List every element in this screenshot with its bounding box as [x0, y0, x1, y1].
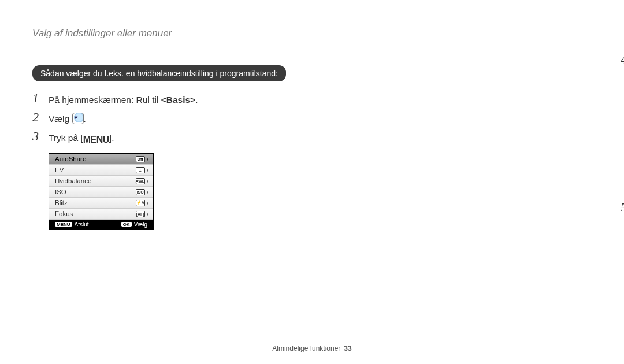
- menu-key-icon: MENU: [83, 133, 109, 146]
- footer-page-number: 33: [344, 344, 351, 352]
- menu-key-icon: MENU: [55, 222, 72, 227]
- step-bold: <Basis>: [161, 95, 195, 105]
- camera-menu-left: AutoShare Off› EV ±› Hvidbalance AWB› IS…: [49, 153, 154, 230]
- iso-icon: ISO: [136, 189, 145, 195]
- step-number: 2: [32, 111, 43, 124]
- right-column: 4 Tryk på [DISP/✿] for at vælge Hvidbala…: [621, 28, 624, 364]
- step-text: Tryk på [: [49, 133, 83, 143]
- steps-left: 1 På hjemmeskærmen: Rul til <Basis>. 2 V…: [32, 92, 593, 146]
- footer-menu-label: Afslut: [75, 221, 89, 228]
- title-divider: [32, 51, 593, 51]
- menu-row-label: Blitz: [55, 199, 68, 206]
- footer-ok-hint: OKVælg: [121, 221, 147, 228]
- menu-row-blitz[interactable]: Blitz ⚡A›: [49, 198, 153, 209]
- step-5: 5 Tryk på [⚡/◔] for at vælge en Hvidbala…: [621, 201, 624, 242]
- chevron-right-icon: ›: [147, 156, 148, 162]
- step-1: 1 På hjemmeskærmen: Rul til <Basis>.: [32, 92, 593, 106]
- chevron-right-icon: ›: [147, 211, 148, 217]
- menu-row-hvidbalance[interactable]: Hvidbalance AWB›: [49, 176, 153, 187]
- step-2: 2 Vælg .: [32, 111, 593, 125]
- menu-row-fokus[interactable]: Fokus [AF]›: [49, 209, 153, 220]
- steps-right-mid: 5 Tryk på [⚡/◔] for at vælge en Hvidbala…: [621, 201, 624, 242]
- step-number: 4: [621, 53, 624, 66]
- step-body: På hjemmeskærmen: Rul til <Basis>.: [49, 92, 198, 106]
- menu-row-value: Off›: [136, 156, 148, 162]
- af-icon: [AF]: [136, 211, 145, 217]
- step-body: Vælg .: [49, 111, 86, 125]
- step-number: 5: [621, 201, 624, 214]
- step-text-post: ].: [109, 133, 114, 143]
- footer-text: Almindelige funktioner: [272, 344, 340, 352]
- footer-ok-label: Vælg: [134, 221, 147, 228]
- program-mode-icon: [72, 113, 84, 124]
- ok-key-icon: OK: [121, 222, 132, 227]
- menu-row-iso[interactable]: ISO ISO›: [49, 187, 153, 198]
- left-column: Valg af indstillinger eller menuer Sådan…: [32, 28, 593, 364]
- menu-row-label: Fokus: [55, 210, 73, 217]
- awb-icon: AWB: [136, 178, 145, 184]
- footer-menu-hint: MENUAfslut: [55, 221, 89, 228]
- step-text: Vælg: [49, 114, 72, 124]
- menu-row-label: AutoShare: [55, 155, 86, 162]
- section-pill: Sådan vælger du f.eks. en hvidbalanceind…: [32, 65, 286, 81]
- chevron-right-icon: ›: [147, 189, 148, 195]
- step-3: 3 Tryk på [MENU].: [32, 130, 593, 146]
- menu-row-value: AWB›: [136, 178, 148, 184]
- step-4: 4 Tryk på [DISP/✿] for at vælge Hvidbala…: [621, 53, 624, 109]
- chevron-right-icon: ›: [147, 178, 148, 184]
- page-footer: Almindelige funktioner33: [0, 344, 624, 352]
- step-text-post: .: [195, 95, 198, 105]
- menu-row-value: ⚡A›: [136, 200, 148, 206]
- menu-row-label: EV: [55, 166, 64, 173]
- page-title: Valg af indstillinger eller menuer: [32, 28, 593, 39]
- step-number: 3: [32, 130, 43, 143]
- step-body: Tryk på [MENU].: [49, 130, 114, 146]
- menu-row-value: ±›: [136, 167, 148, 173]
- step-number: 1: [32, 92, 43, 105]
- chevron-right-icon: ›: [147, 200, 148, 206]
- menu-row-label: Hvidbalance: [55, 177, 91, 184]
- chevron-right-icon: ›: [147, 167, 148, 173]
- menu-row-autoshare[interactable]: AutoShare Off›: [49, 154, 153, 165]
- ev-icon: ±: [136, 167, 145, 173]
- off-icon: Off: [136, 156, 145, 162]
- camera-menu-footer: MENUAfslut OKVælg: [49, 220, 153, 229]
- flash-auto-icon: ⚡A: [136, 200, 145, 206]
- menu-row-value: [AF]›: [136, 211, 148, 217]
- step-text: På hjemmeskærmen: Rul til: [49, 95, 161, 105]
- menu-row-ev[interactable]: EV ±›: [49, 165, 153, 176]
- steps-right-top: 4 Tryk på [DISP/✿] for at vælge Hvidbala…: [621, 53, 624, 109]
- menu-row-value: ISO›: [136, 189, 148, 195]
- menu-row-label: ISO: [55, 188, 66, 195]
